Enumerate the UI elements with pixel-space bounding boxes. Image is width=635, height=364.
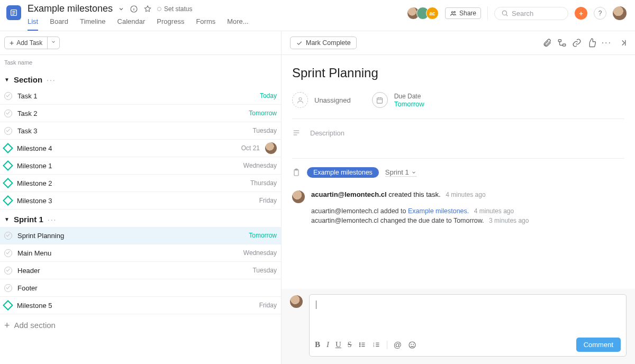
milestone-row[interactable]: Milestone 5Friday: [0, 297, 281, 314]
check-icon: [296, 40, 303, 47]
bold-icon[interactable]: B: [315, 340, 320, 349]
tab-calendar[interactable]: Calendar: [117, 17, 146, 31]
member-avatars[interactable]: ac: [410, 7, 439, 20]
task-due: Tuesday: [252, 127, 277, 134]
milestone-icon: [3, 143, 13, 153]
svg-point-3: [454, 11, 455, 12]
project-section-link[interactable]: Sprint 1: [385, 168, 416, 177]
underline-icon[interactable]: U: [335, 340, 341, 349]
tab-more[interactable]: More...: [227, 17, 248, 31]
svg-point-11: [359, 343, 360, 343]
section-more-icon[interactable]: ···: [47, 76, 56, 84]
task-row[interactable]: Task 1Today: [0, 87, 281, 105]
assignee-field[interactable]: Unassigned: [292, 92, 351, 108]
calendar-icon: [372, 92, 388, 108]
set-status-button[interactable]: Set status: [157, 5, 192, 13]
milestone-row[interactable]: Milestone 3Friday: [0, 192, 281, 210]
link-icon[interactable]: [572, 38, 582, 48]
task-row[interactable]: Task 3Tuesday: [0, 122, 281, 140]
attachment-icon[interactable]: [542, 38, 552, 48]
divider: [487, 6, 488, 20]
project-title[interactable]: Example milestones: [28, 3, 113, 14]
activity-created: acuartin@lemontech.cl created this task.…: [311, 190, 486, 198]
emoji-icon[interactable]: [408, 341, 416, 349]
task-check-icon[interactable]: [4, 267, 12, 275]
tab-timeline[interactable]: Timeline: [80, 17, 106, 31]
description-placeholder: Description: [310, 129, 344, 137]
tab-progress[interactable]: Progress: [157, 17, 184, 31]
due-date-value: Tomorrow: [394, 100, 424, 108]
tab-forms[interactable]: Forms: [196, 17, 215, 31]
task-name: Milestone 2: [17, 179, 245, 187]
subtask-icon[interactable]: [557, 38, 567, 48]
chevron-down-icon[interactable]: [118, 6, 124, 12]
add-task-dropdown[interactable]: [47, 37, 59, 49]
close-panel-icon[interactable]: [617, 38, 627, 48]
tab-list[interactable]: List: [28, 17, 38, 31]
task-due: Tomorrow: [249, 110, 277, 117]
task-row[interactable]: Sprint PlanningTomorrow: [0, 227, 281, 244]
milestone-row[interactable]: Milestone 4Oct 21: [0, 140, 281, 157]
task-check-icon[interactable]: [4, 232, 12, 240]
task-check-icon[interactable]: [4, 284, 12, 292]
task-check-icon[interactable]: [4, 249, 12, 257]
comment-avatar: [290, 295, 303, 308]
like-icon[interactable]: [587, 38, 596, 48]
help-button[interactable]: ?: [594, 7, 606, 20]
info-icon[interactable]: [130, 5, 138, 13]
section-more-icon[interactable]: ···: [48, 215, 57, 224]
mark-complete-button[interactable]: Mark Complete: [290, 37, 357, 49]
task-due: Oct 21: [241, 144, 260, 152]
milestone-row[interactable]: Milestone 2Thursday: [0, 175, 281, 192]
more-icon[interactable]: ···: [602, 38, 612, 48]
task-row[interactable]: Task 2Tomorrow: [0, 105, 281, 122]
project-icon[interactable]: [6, 5, 21, 20]
activity-link[interactable]: Example milestones.: [408, 207, 469, 215]
milestone-icon: [3, 300, 13, 311]
milestone-icon: [3, 178, 13, 188]
share-button[interactable]: Share: [445, 7, 481, 19]
task-check-icon[interactable]: [4, 127, 12, 135]
tab-board[interactable]: Board: [50, 17, 68, 31]
task-detail-title[interactable]: Sprint Planning: [292, 66, 624, 80]
svg-rect-6: [563, 44, 565, 46]
task-check-icon[interactable]: [4, 110, 12, 117]
search-input[interactable]: Search: [494, 7, 568, 20]
task-due: Wednesday: [243, 249, 277, 257]
description-field[interactable]: Description: [292, 119, 624, 159]
section-header[interactable]: ▼ Sprint 1 ···: [0, 210, 281, 227]
task-check-icon[interactable]: [4, 92, 12, 100]
mention-icon[interactable]: @: [394, 340, 402, 349]
project-pill[interactable]: Example milestones: [307, 167, 379, 178]
quick-add-button[interactable]: +: [575, 7, 587, 20]
task-row[interactable]: HeaderTuesday: [0, 262, 281, 279]
due-date-field[interactable]: Due Date Tomorrow: [372, 92, 424, 108]
comment-input[interactable]: [310, 295, 626, 334]
add-task-label: Add Task: [16, 39, 42, 47]
clipboard-icon: [292, 168, 301, 177]
assignee-label: Unassigned: [314, 96, 351, 104]
task-name: Header: [17, 267, 247, 275]
task-name: Main Menu: [17, 249, 238, 257]
strikethrough-icon[interactable]: S: [348, 341, 352, 349]
svg-point-12: [359, 344, 360, 345]
assignee-avatar[interactable]: [265, 142, 277, 154]
task-due: Tomorrow: [249, 232, 277, 239]
italic-icon[interactable]: I: [326, 340, 329, 349]
svg-point-7: [299, 97, 302, 100]
numbered-list-icon[interactable]: 123: [373, 341, 380, 349]
add-task-button[interactable]: +Add Task: [4, 37, 60, 49]
activity-avatar: [292, 190, 305, 203]
bullet-list-icon[interactable]: [358, 341, 366, 349]
milestone-row[interactable]: Milestone 1Wednesday: [0, 157, 281, 175]
person-icon: [292, 92, 308, 108]
section-header[interactable]: ▼ Section ···: [0, 70, 281, 87]
add-section-button[interactable]: +Add section: [0, 314, 281, 336]
star-icon[interactable]: [143, 5, 152, 13]
me-avatar[interactable]: [613, 6, 627, 20]
comment-submit-button[interactable]: Comment: [576, 338, 621, 352]
svg-point-17: [409, 342, 415, 348]
task-row[interactable]: Main MenuWednesday: [0, 244, 281, 262]
task-name: Sprint Planning: [17, 232, 243, 240]
task-row[interactable]: Footer: [0, 279, 281, 297]
